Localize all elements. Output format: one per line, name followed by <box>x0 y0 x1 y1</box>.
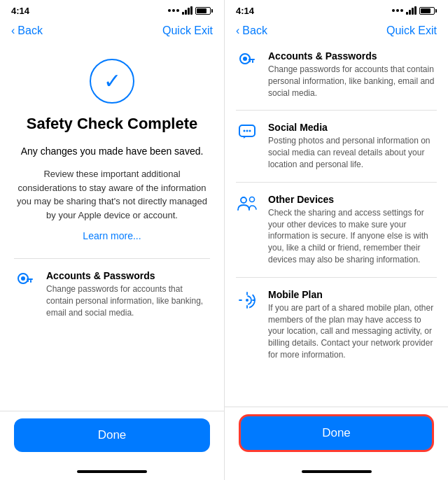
main-content-left: ✓ Safety Check Complete Any changes you … <box>0 45 224 411</box>
right-content: Accounts & Passwords Change passwords fo… <box>225 45 448 407</box>
list-item-right-mobile: Mobile Plan If you are part of a shared … <box>236 289 437 361</box>
svg-rect-9 <box>249 60 251 62</box>
battery-icon-right <box>419 7 437 15</box>
mobile-title-right: Mobile Plan <box>268 289 437 300</box>
mobile-item-text-right: Mobile Plan If you are part of a shared … <box>268 289 437 361</box>
battery-icon-left <box>195 7 213 15</box>
quick-exit-button-right[interactable]: Quick Exit <box>386 24 437 37</box>
chevron-left-icon: ‹ <box>11 24 15 37</box>
nav-bar-right: ‹ Back Quick Exit <box>225 20 448 45</box>
accounts-item-text-right: Accounts & Passwords Change passwords fo… <box>268 50 437 99</box>
back-label-left: Back <box>18 24 43 37</box>
nav-bar-left: ‹ Back Quick Exit <box>0 20 224 45</box>
devices-item-text-right: Other Devices Check the sharing and acce… <box>268 194 437 266</box>
list-item-right-devices: Other Devices Check the sharing and acce… <box>236 194 437 266</box>
learn-more-link[interactable]: Learn more... <box>14 230 210 241</box>
divider-r2 <box>236 182 437 183</box>
signal-dots-left <box>168 9 179 12</box>
svg-point-13 <box>249 130 251 132</box>
back-button-right[interactable]: ‹ Back <box>236 24 267 37</box>
svg-rect-7 <box>248 59 255 60</box>
status-icons-left <box>168 6 213 15</box>
list-item-left-accounts: Accounts & Passwords Change passwords fo… <box>14 270 210 318</box>
accounts-desc-left: Change passwords for accounts that conta… <box>46 283 210 318</box>
status-bar-left: 4:14 <box>0 0 224 20</box>
bottom-area-left: Done <box>0 411 224 466</box>
left-panel: 4:14 ‹ Back Quick Exit <box>0 0 224 480</box>
svg-rect-3 <box>30 280 31 283</box>
saved-description: Any changes you made have been saved. <box>14 144 210 159</box>
done-button-right[interactable]: Done <box>239 414 434 452</box>
status-icons-right <box>392 6 437 15</box>
chevron-left-icon-right: ‹ <box>236 24 239 37</box>
accounts-desc-right: Change passwords for accounts that conta… <box>268 64 437 99</box>
review-note: Review these important additional consid… <box>14 167 210 222</box>
done-button-left[interactable]: Done <box>14 418 210 452</box>
list-item-right-accounts: Accounts & Passwords Change passwords fo… <box>236 50 437 99</box>
wifi-icon-left <box>182 6 192 15</box>
wifi-icon-right <box>406 6 416 15</box>
check-circle-icon: ✓ <box>90 59 134 104</box>
main-title: Safety Check Complete <box>14 115 210 133</box>
svg-point-6 <box>243 57 247 61</box>
svg-point-14 <box>241 197 246 203</box>
social-desc-right: Posting photos and personal information … <box>268 135 437 170</box>
social-item-text-right: Social Media Posting photos and personal… <box>268 122 437 170</box>
svg-point-12 <box>246 130 248 132</box>
svg-point-11 <box>244 130 246 132</box>
devices-title-right: Other Devices <box>268 194 437 205</box>
divider-r1 <box>236 110 437 111</box>
people-icon-right <box>236 194 258 211</box>
time-left: 4:14 <box>11 6 29 16</box>
key-icon-right <box>236 50 258 71</box>
home-indicator-left <box>0 466 224 480</box>
svg-rect-2 <box>27 278 33 280</box>
divider-r3 <box>236 277 437 278</box>
accounts-title-right: Accounts & Passwords <box>268 50 437 62</box>
svg-rect-4 <box>27 280 29 282</box>
right-panel: 4:14 ‹ Back Quick Exit <box>224 0 448 480</box>
mobile-desc-right: If you are part of a shared mobile plan,… <box>268 302 437 361</box>
home-bar-right <box>302 470 372 473</box>
accounts-item-text-left: Accounts & Passwords Change passwords fo… <box>46 270 210 318</box>
checkmark-icon: ✓ <box>104 71 121 92</box>
back-label-right: Back <box>242 24 267 37</box>
bottom-area-right: Done <box>225 407 448 466</box>
time-right: 4:14 <box>236 6 254 16</box>
back-button-left[interactable]: ‹ Back <box>11 24 43 37</box>
signal-icon-right <box>236 289 258 310</box>
svg-point-15 <box>250 197 255 202</box>
svg-point-1 <box>21 276 25 281</box>
status-bar-right: 4:14 <box>225 0 448 20</box>
chat-icon-right <box>236 122 258 141</box>
quick-exit-button-left[interactable]: Quick Exit <box>162 24 213 37</box>
devices-desc-right: Check the sharing and access settings fo… <box>268 207 437 266</box>
accounts-title-left: Accounts & Passwords <box>46 270 210 281</box>
svg-rect-8 <box>252 60 253 63</box>
key-icon-left <box>14 270 36 291</box>
social-title-right: Social Media <box>268 122 437 133</box>
home-indicator-right <box>225 466 448 480</box>
home-bar-left <box>77 470 147 473</box>
divider-left <box>14 258 210 259</box>
list-item-right-social: Social Media Posting photos and personal… <box>236 122 437 170</box>
svg-point-18 <box>246 299 248 302</box>
signal-dots-right <box>392 9 403 12</box>
